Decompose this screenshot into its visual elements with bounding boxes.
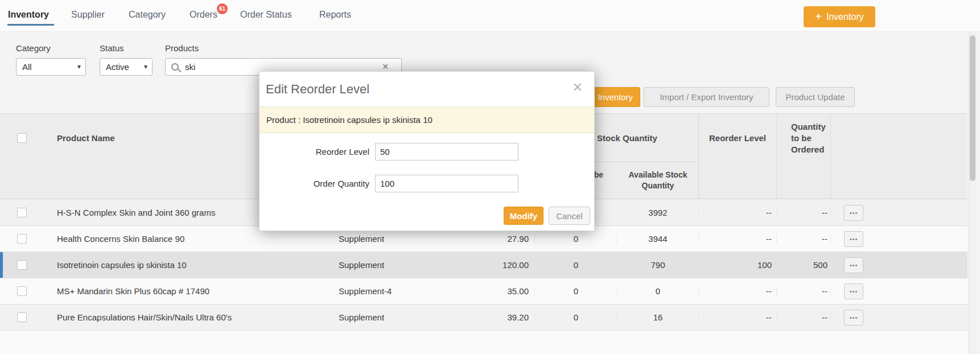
chevron-down-icon: ▾ — [144, 59, 147, 75]
header-quantity-to-be-ordered: Quantity to be Ordered — [777, 114, 831, 162]
order-quantity-input[interactable] — [375, 175, 518, 192]
cell-reorder-level: -- — [699, 312, 777, 322]
table-row[interactable]: Pure Encapsulations Hair/Skin/Nails Ultr… — [0, 304, 967, 331]
cell-category: Supplement — [327, 234, 455, 244]
modal-title: Edit Reorder Level — [266, 72, 369, 107]
cell-product-name: Isotretinoin capsules ip skinista 10 — [48, 260, 327, 270]
selected-row-indicator — [0, 252, 3, 278]
actions-cell: ••• — [831, 283, 876, 299]
reorder-level-input[interactable] — [375, 143, 518, 160]
nav-tab-inventory[interactable]: Inventory — [8, 10, 49, 20]
checkbox-cell — [0, 260, 48, 270]
table-row-selected[interactable]: Isotretinoin capsules ip skinista 10 Sup… — [0, 252, 967, 278]
checkbox-cell — [0, 286, 48, 296]
subheader-available-stock: Available Stock Quantity — [617, 162, 699, 199]
checkbox-cell — [0, 208, 48, 217]
top-navigation: Inventory Supplier Category Orders 61 Or… — [0, 0, 980, 32]
category-select-value: All — [22, 62, 32, 72]
cell-reorder-level: -- — [699, 234, 777, 244]
cell-price: 120.00 — [455, 260, 535, 270]
cell-available-stock: 16 — [617, 312, 699, 322]
cell-price: 39.20 — [455, 312, 535, 322]
row-checkbox[interactable] — [17, 286, 27, 296]
products-filter-label: Products — [165, 43, 199, 53]
cell-price: 27.90 — [455, 234, 535, 244]
cell-available-stock: 790 — [617, 260, 699, 270]
actions-cell: ••• — [831, 205, 876, 221]
cell-price: 35.00 — [455, 286, 535, 296]
import-export-inventory-button[interactable]: Import / Export Inventory — [644, 87, 769, 107]
cell-product-name: Health Concerns Skin Balance 90 — [48, 234, 327, 244]
orders-count-badge: 61 — [217, 3, 228, 14]
cell-reorder-level: 100 — [699, 260, 777, 270]
select-all-checkbox[interactable] — [17, 133, 27, 143]
nav-tab-order-status[interactable]: Order Status — [240, 10, 292, 20]
cell-qty-to-be-delivered: 0 — [535, 234, 617, 244]
cancel-button[interactable]: Cancel — [549, 207, 590, 225]
cell-qty-to-be-ordered: 500 — [777, 260, 831, 270]
nav-tab-category[interactable]: Category — [129, 10, 166, 20]
row-actions-button[interactable]: ••• — [844, 283, 863, 299]
nav-tab-supplier[interactable]: Supplier — [71, 10, 105, 20]
header-actions-cell — [831, 114, 876, 162]
cell-reorder-level: -- — [699, 286, 777, 296]
vertical-scrollbar-thumb[interactable] — [970, 35, 975, 181]
plus-icon: + — [815, 10, 822, 23]
edit-reorder-level-modal: Edit Reorder Level ✕ Product : Isotretin… — [259, 71, 595, 231]
cell-category: Supplement-4 — [327, 286, 455, 296]
order-quantity-label: Order Quantity — [260, 175, 369, 192]
cell-qty-to-be-delivered: 0 — [535, 312, 617, 322]
modal-product-banner: Product : Isotretinoin capsules ip skini… — [260, 107, 594, 133]
add-inventory-button[interactable]: + Inventory — [804, 6, 875, 27]
header-reorder-level: Reorder Level — [699, 114, 777, 162]
cell-qty-to-be-ordered: -- — [777, 234, 831, 244]
active-tab-underline — [7, 24, 54, 26]
clear-search-icon[interactable]: ✕ — [382, 62, 389, 71]
reorder-level-label: Reorder Level — [260, 143, 369, 160]
close-icon[interactable]: ✕ — [573, 81, 583, 94]
cell-qty-to-be-delivered: 0 — [535, 286, 617, 296]
row-actions-button[interactable]: ••• — [844, 257, 863, 273]
cell-product-name: MS+ Mandarin Skin Plus 60cap # 17490 — [48, 286, 327, 296]
row-actions-button[interactable]: ••• — [844, 231, 863, 247]
modal-header: Edit Reorder Level ✕ — [260, 72, 594, 107]
category-select[interactable]: All ▾ — [16, 58, 86, 76]
table-row[interactable]: MS+ Mandarin Skin Plus 60cap # 17490 Sup… — [0, 278, 967, 304]
modify-button[interactable]: Modify — [504, 207, 543, 225]
cell-available-stock: 3992 — [617, 208, 699, 217]
row-actions-button[interactable]: ••• — [844, 310, 863, 326]
actions-cell: ••• — [831, 231, 876, 247]
product-update-button[interactable]: Product Update — [776, 87, 855, 107]
checkbox-cell — [0, 312, 48, 322]
cell-qty-to-be-ordered: -- — [777, 208, 831, 217]
cell-available-stock: 0 — [617, 286, 699, 296]
row-checkbox[interactable] — [17, 312, 27, 322]
cell-category: Supplement — [327, 260, 455, 270]
next-row-partial — [0, 331, 967, 354]
cell-available-stock: 3944 — [617, 234, 699, 244]
checkbox-cell — [0, 234, 48, 244]
status-select-value: Active — [106, 62, 129, 72]
row-checkbox[interactable] — [17, 208, 27, 217]
row-checkbox[interactable] — [17, 260, 27, 270]
cell-qty-to-be-ordered: -- — [777, 312, 831, 322]
row-actions-button[interactable]: ••• — [844, 205, 863, 221]
nav-tab-reports[interactable]: Reports — [319, 10, 351, 20]
actions-cell: ••• — [831, 310, 876, 326]
cell-category: Supplement — [327, 312, 455, 322]
actions-cell: ••• — [831, 257, 876, 273]
category-filter-label: Category — [16, 43, 51, 53]
row-checkbox[interactable] — [17, 234, 27, 244]
header-checkbox-cell — [0, 114, 48, 162]
add-inventory-label: Inventory — [826, 12, 864, 22]
cell-qty-to-be-delivered: 0 — [535, 260, 617, 270]
status-filter-label: Status — [100, 43, 124, 53]
cell-product-name: Pure Encapsulations Hair/Skin/Nails Ultr… — [48, 312, 327, 322]
status-select[interactable]: Active ▾ — [100, 58, 153, 76]
chevron-down-icon: ▾ — [77, 59, 81, 75]
cell-qty-to-be-ordered: -- — [777, 286, 831, 296]
nav-tab-orders[interactable]: Orders — [190, 10, 217, 20]
cell-reorder-level: -- — [699, 208, 777, 217]
